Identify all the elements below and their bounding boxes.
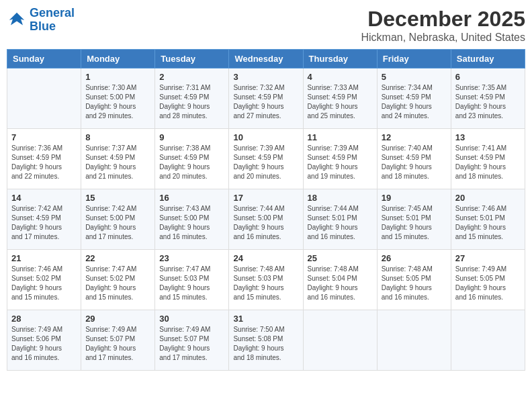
calendar-cell: 21Sunrise: 7:46 AMSunset: 5:02 PMDayligh… xyxy=(7,250,81,310)
day-info-line: Sunrise: 7:32 AM xyxy=(233,83,298,93)
day-number: 5 xyxy=(382,72,447,82)
day-info-line: Daylight: 9 hours xyxy=(159,283,224,293)
calendar-cell: 22Sunrise: 7:47 AMSunset: 5:02 PMDayligh… xyxy=(81,250,155,310)
day-info-line: Sunrise: 7:42 AM xyxy=(85,204,150,214)
day-info-line: Sunset: 4:59 PM xyxy=(159,93,224,102)
calendar-cell: 30Sunrise: 7:49 AMSunset: 5:07 PMDayligh… xyxy=(155,310,229,371)
day-info-line: Sunset: 5:02 PM xyxy=(11,274,77,283)
day-info-line: Sunrise: 7:39 AM xyxy=(233,144,298,153)
day-info-line: Daylight: 9 hours xyxy=(455,163,521,172)
day-info-line: Daylight: 9 hours xyxy=(455,223,521,232)
day-info-line: and 19 minutes. xyxy=(308,172,373,181)
day-info-line: Sunset: 4:59 PM xyxy=(382,93,447,102)
logo: General Blue xyxy=(7,7,75,34)
day-info-line: Sunrise: 7:47 AM xyxy=(159,265,224,274)
day-info-line: Sunset: 5:07 PM xyxy=(159,334,224,344)
day-info-line: Sunset: 5:05 PM xyxy=(382,274,447,283)
calendar-cell: 29Sunrise: 7:49 AMSunset: 5:07 PMDayligh… xyxy=(81,310,155,371)
day-info-line: Sunrise: 7:49 AM xyxy=(159,325,224,334)
day-number: 18 xyxy=(308,193,373,203)
calendar-cell: 28Sunrise: 7:49 AMSunset: 5:06 PMDayligh… xyxy=(7,310,81,371)
day-info-line: Sunset: 5:02 PM xyxy=(85,274,150,283)
svg-marker-0 xyxy=(9,13,25,26)
day-info-line: and 15 minutes. xyxy=(85,293,150,302)
day-info-line: Sunrise: 7:50 AM xyxy=(233,325,298,334)
day-info-line: Sunset: 5:03 PM xyxy=(233,274,298,283)
page-header: General Blue December 2025 Hickman, Nebr… xyxy=(7,7,525,44)
day-info-line: and 29 minutes. xyxy=(85,111,150,121)
day-info-line: and 16 minutes. xyxy=(11,353,77,363)
calendar-table: SundayMondayTuesdayWednesdayThursdayFrid… xyxy=(7,49,525,371)
calendar-cell: 1Sunrise: 7:30 AMSunset: 5:00 PMDaylight… xyxy=(81,68,155,129)
location-subtitle: Hickman, Nebraska, United States xyxy=(361,32,525,44)
calendar-cell: 14Sunrise: 7:42 AMSunset: 4:59 PMDayligh… xyxy=(7,189,81,250)
day-info-line: and 23 minutes. xyxy=(455,111,521,121)
day-info-line: Daylight: 9 hours xyxy=(455,283,521,293)
day-info-line: and 25 minutes. xyxy=(308,111,373,121)
day-info-line: and 18 minutes. xyxy=(382,172,447,181)
day-number: 31 xyxy=(233,314,298,324)
day-info-line: and 17 minutes. xyxy=(85,232,150,242)
calendar-header-row: SundayMondayTuesdayWednesdayThursdayFrid… xyxy=(7,50,525,68)
day-info-line: Daylight: 9 hours xyxy=(308,283,373,293)
day-info-line: Sunset: 5:05 PM xyxy=(455,274,521,283)
calendar-cell: 16Sunrise: 7:43 AMSunset: 5:00 PMDayligh… xyxy=(155,189,229,250)
day-number: 29 xyxy=(85,314,150,324)
day-number: 10 xyxy=(233,132,298,142)
calendar-week-row: 28Sunrise: 7:49 AMSunset: 5:06 PMDayligh… xyxy=(7,310,525,371)
logo-text: General Blue xyxy=(30,7,75,34)
day-info-line: and 27 minutes. xyxy=(233,111,298,121)
calendar-cell xyxy=(303,310,377,371)
day-info-line: Daylight: 9 hours xyxy=(382,102,447,111)
day-info-line: Sunrise: 7:45 AM xyxy=(382,204,447,214)
day-info-line: Sunrise: 7:48 AM xyxy=(308,265,373,274)
calendar-cell: 31Sunrise: 7:50 AMSunset: 5:08 PMDayligh… xyxy=(229,310,303,371)
day-info-line: Sunrise: 7:43 AM xyxy=(159,204,224,214)
day-info-line: Daylight: 9 hours xyxy=(11,283,77,293)
day-info-line: Sunset: 5:01 PM xyxy=(382,214,447,223)
day-info-line: Sunrise: 7:48 AM xyxy=(382,265,447,274)
day-info-line: Daylight: 9 hours xyxy=(233,163,298,172)
day-info-line: and 15 minutes. xyxy=(159,293,224,302)
day-info-line: Sunset: 4:59 PM xyxy=(455,93,521,102)
calendar-cell: 10Sunrise: 7:39 AMSunset: 4:59 PMDayligh… xyxy=(229,129,303,189)
day-info-line: Sunrise: 7:46 AM xyxy=(11,265,77,274)
day-info-line: Sunrise: 7:44 AM xyxy=(233,204,298,214)
day-info-line: Daylight: 9 hours xyxy=(382,163,447,172)
calendar-cell: 26Sunrise: 7:48 AMSunset: 5:05 PMDayligh… xyxy=(377,250,451,310)
calendar-cell: 15Sunrise: 7:42 AMSunset: 5:00 PMDayligh… xyxy=(81,189,155,250)
day-info-line: and 15 minutes. xyxy=(382,232,447,242)
day-info-line: Daylight: 9 hours xyxy=(308,223,373,232)
day-info-line: Daylight: 9 hours xyxy=(11,223,77,232)
day-number: 17 xyxy=(233,193,298,203)
day-info-line: and 20 minutes. xyxy=(159,172,224,181)
day-info-line: and 16 minutes. xyxy=(233,232,298,242)
day-number: 24 xyxy=(233,253,298,263)
calendar-week-row: 1Sunrise: 7:30 AMSunset: 5:00 PMDaylight… xyxy=(7,68,525,129)
day-info-line: and 15 minutes. xyxy=(233,293,298,302)
day-info-line: Sunset: 5:00 PM xyxy=(85,93,150,102)
day-info-line: Daylight: 9 hours xyxy=(85,283,150,293)
day-info-line: Daylight: 9 hours xyxy=(159,163,224,172)
day-number: 1 xyxy=(85,72,150,82)
calendar-cell: 19Sunrise: 7:45 AMSunset: 5:01 PMDayligh… xyxy=(377,189,451,250)
day-info-line: Daylight: 9 hours xyxy=(233,344,298,353)
calendar-cell: 24Sunrise: 7:48 AMSunset: 5:03 PMDayligh… xyxy=(229,250,303,310)
day-info-line: and 16 minutes. xyxy=(382,293,447,302)
day-number: 11 xyxy=(308,132,373,142)
day-number: 30 xyxy=(159,314,224,324)
day-info-line: Sunset: 5:06 PM xyxy=(11,334,77,344)
day-info-line: Daylight: 9 hours xyxy=(308,102,373,111)
day-info-line: Daylight: 9 hours xyxy=(159,223,224,232)
day-info-line: and 16 minutes. xyxy=(455,293,521,302)
day-info-line: Daylight: 9 hours xyxy=(159,344,224,353)
day-info-line: Sunset: 4:59 PM xyxy=(85,153,150,163)
calendar-cell: 27Sunrise: 7:49 AMSunset: 5:05 PMDayligh… xyxy=(451,250,525,310)
day-info-line: Sunrise: 7:37 AM xyxy=(85,144,150,153)
title-block: December 2025 Hickman, Nebraska, United … xyxy=(361,7,525,44)
calendar-cell: 18Sunrise: 7:44 AMSunset: 5:01 PMDayligh… xyxy=(303,189,377,250)
day-info-line: Sunset: 5:00 PM xyxy=(233,214,298,223)
day-number: 19 xyxy=(382,193,447,203)
day-info-line: and 28 minutes. xyxy=(159,111,224,121)
day-info-line: Daylight: 9 hours xyxy=(382,283,447,293)
